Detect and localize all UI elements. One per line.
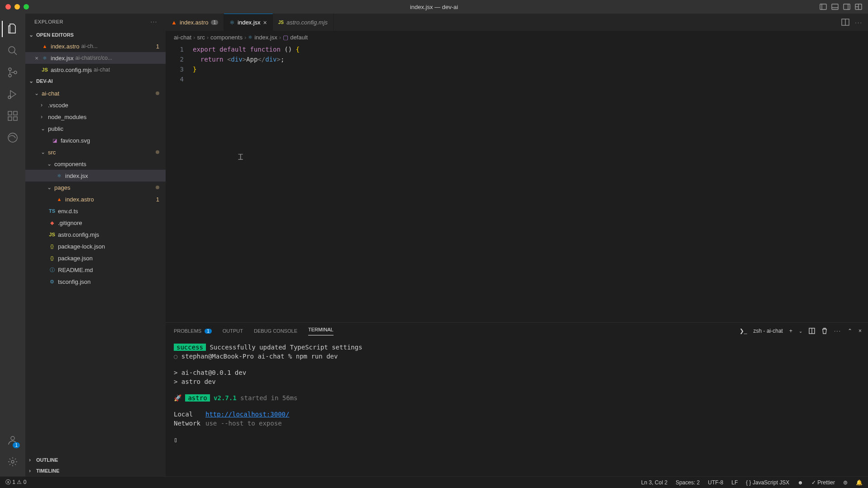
file-item[interactable]: ◆ .gitignore <box>25 217 166 229</box>
split-terminal-icon[interactable] <box>809 328 815 334</box>
extensions-activity[interactable] <box>2 105 24 127</box>
bell-icon[interactable]: 🔔 <box>856 479 863 486</box>
tab-index-jsx[interactable]: ⚛ index.jsx × <box>224 14 273 31</box>
copilot-icon[interactable]: ☻ <box>797 479 803 486</box>
file-item[interactable]: ⚛ index.jsx <box>25 170 166 182</box>
tab-output[interactable]: OUTPUT <box>223 328 243 334</box>
close-icon[interactable]: × <box>858 328 862 334</box>
workspace-section[interactable]: ⌄ DEV-AI <box>25 76 166 86</box>
folder-name: node_modules <box>48 114 86 120</box>
settings-activity[interactable] <box>2 451 24 473</box>
status-encoding[interactable]: UTF-8 <box>708 479 723 486</box>
status-line-col[interactable]: Ln 3, Col 2 <box>641 479 668 486</box>
status-lang[interactable]: { } JavaScript JSX <box>746 479 789 486</box>
account-activity[interactable]: 1 <box>2 429 24 451</box>
file-item[interactable]: ⚙ tsconfig.json <box>25 276 166 287</box>
tab-label: index.astro <box>180 19 209 26</box>
file-item[interactable]: {} package.json <box>25 252 166 264</box>
open-editors-section[interactable]: ⌄ OPEN EDITORS <box>25 29 166 40</box>
breadcrumb-item[interactable]: default <box>290 34 308 41</box>
open-editor-item[interactable]: × ⚛ index.jsx ai-chat/src/co... <box>25 52 166 64</box>
terminal-name[interactable]: zsh - ai-chat <box>754 328 783 334</box>
tab-debug-console[interactable]: DEBUG CONSOLE <box>254 328 297 334</box>
js-file-icon: JS <box>48 232 56 237</box>
terminal-content[interactable]: success Successfully updated TypeScript … <box>166 339 868 476</box>
code-token: > <box>277 56 281 63</box>
breadcrumb-item[interactable]: ai-chat <box>174 34 191 41</box>
tab-terminal[interactable]: TERMINAL <box>308 327 334 335</box>
status-eol[interactable]: LF <box>731 479 738 486</box>
trash-icon[interactable] <box>821 328 828 334</box>
file-item[interactable]: ▲ index.astro 1 <box>25 193 166 205</box>
close-icon[interactable]: × <box>263 19 267 26</box>
terminal-link[interactable]: http://localhost:3000/ <box>205 411 289 418</box>
folder-item[interactable]: ⌄ public <box>25 123 166 134</box>
new-terminal-icon[interactable]: + <box>789 328 792 334</box>
folder-item[interactable]: ⌄ ai-chat <box>25 87 166 99</box>
debug-activity[interactable] <box>2 83 24 105</box>
terminal-line: Successfully updated TypeScript settings <box>206 344 362 351</box>
tab-label: PROBLEMS <box>174 328 201 334</box>
file-item[interactable]: ◪ favicon.svg <box>25 134 166 146</box>
close-icon[interactable]: × <box>33 55 41 62</box>
svg-point-21 <box>11 436 14 440</box>
layout-icon[interactable] <box>854 2 863 12</box>
status-spaces[interactable]: Spaces: 2 <box>676 479 700 486</box>
minimize-window-button[interactable] <box>14 4 20 10</box>
close-window-button[interactable] <box>5 4 11 10</box>
maximize-window-button[interactable] <box>24 4 29 10</box>
tab-astro-config[interactable]: JS astro.config.mjs <box>273 14 334 31</box>
code-content[interactable]: export default function () { return <div… <box>193 43 300 322</box>
file-name: package-lock.json <box>58 243 105 250</box>
folder-item[interactable]: › .vscode <box>25 99 166 111</box>
code-token: } <box>193 66 196 73</box>
file-item[interactable]: JS astro.config.mjs <box>25 229 166 240</box>
file-item[interactable]: ⓘ README.md <box>25 264 166 276</box>
breadcrumb-item[interactable]: index.jsx <box>254 34 277 41</box>
edge-activity[interactable] <box>2 127 24 148</box>
status-errors[interactable]: ⓧ 1 ⚠ 0 <box>5 478 26 486</box>
explorer-activity[interactable] <box>2 18 24 40</box>
chevron-up-icon[interactable]: ⌃ <box>848 328 852 334</box>
breadcrumb-item[interactable]: components <box>210 34 243 41</box>
outline-section[interactable]: › OUTLINE <box>25 455 166 465</box>
rocket-icon: 🚀 <box>174 394 181 402</box>
open-editor-item[interactable]: ▲ index.astro ai-ch... 1 <box>25 40 166 52</box>
folder-item[interactable]: ⌄ pages <box>25 182 166 193</box>
file-item[interactable]: TS env.d.ts <box>25 205 166 217</box>
svg-point-20 <box>8 133 17 142</box>
chevron-right-icon: › <box>29 457 36 463</box>
chevron-down-icon: ⌄ <box>34 90 42 96</box>
error-count: 1 <box>12 479 15 485</box>
search-activity[interactable] <box>2 40 24 62</box>
folder-item[interactable]: ⌄ components <box>25 158 166 170</box>
breadcrumb-item[interactable]: src <box>197 34 205 41</box>
chevron-down-icon[interactable]: ⌄ <box>799 329 802 334</box>
breadcrumb[interactable]: ai-chat › src › components › ⚛ index.jsx… <box>166 31 868 43</box>
source-control-activity[interactable] <box>2 62 24 83</box>
panel-right-icon[interactable] <box>842 2 852 12</box>
tab-index-astro[interactable]: ▲ index.astro 1 <box>166 14 224 31</box>
explorer-more-icon[interactable]: ··· <box>151 19 157 24</box>
window-title: index.jsx — dev-ai <box>410 4 458 10</box>
folder-name: public <box>48 125 63 132</box>
status-prettier[interactable]: ✓ Prettier <box>811 479 835 486</box>
panel-left-icon[interactable] <box>818 2 828 12</box>
code-token: return <box>200 56 227 63</box>
editor-body[interactable]: 1234 export default function () { return… <box>166 43 868 322</box>
file-name: tsconfig.json <box>58 278 91 285</box>
js-file-icon: JS <box>41 67 49 72</box>
broadcast-icon[interactable]: ⊚ <box>843 479 848 486</box>
panel-bottom-icon[interactable] <box>830 2 840 12</box>
file-item[interactable]: {} package-lock.json <box>25 240 166 252</box>
split-editor-icon[interactable] <box>841 18 849 26</box>
timeline-label: TIMELINE <box>36 468 59 474</box>
more-icon[interactable]: ··· <box>855 19 863 26</box>
timeline-section[interactable]: › TIMELINE <box>25 465 166 476</box>
tab-problems[interactable]: PROBLEMS 1 <box>174 328 212 334</box>
open-editor-item[interactable]: JS astro.config.mjs ai-chat <box>25 64 166 76</box>
more-icon[interactable]: ··· <box>834 328 841 334</box>
folder-item[interactable]: ⌄ src <box>25 146 166 158</box>
file-hint: ai-chat <box>94 67 110 73</box>
folder-item[interactable]: › node_modules <box>25 111 166 123</box>
